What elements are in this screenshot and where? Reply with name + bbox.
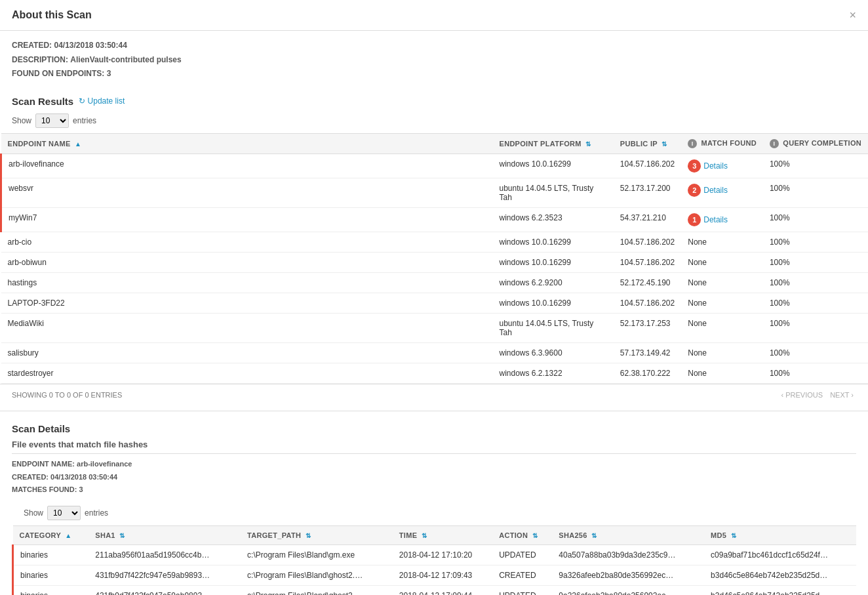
- cell-platform: windows 10.0.16299: [493, 232, 614, 252]
- cell-md5: c09a9baf71bc461dccf1c65d24f92...: [704, 545, 856, 565]
- cell-query-completion: 100%: [763, 232, 868, 252]
- cell-public-ip: 62.38.170.222: [614, 363, 681, 383]
- details-endpoint-name: ENDPOINT NAME: arb-ilovefinance: [12, 458, 856, 471]
- table-row: MediaWikiubuntu 14.04.5 LTS, Trusty Tah5…: [1, 313, 869, 342]
- table-row: binaries431fb9d7f422fc947e59ab989379...c…: [13, 565, 857, 586]
- cell-query-completion: 100%: [763, 293, 868, 313]
- scan-results-header-row: ENDPOINT NAME ▲ ENDPOINT PLATFORM ⇅ PUBL…: [1, 133, 869, 154]
- cell-query-completion: 100%: [763, 363, 868, 383]
- sort-icon-sha1: ⇅: [119, 532, 125, 539]
- match-badge: 1: [688, 213, 701, 226]
- cell-sha1: 211aba956f01aa5d19506cc4b9c1...: [89, 545, 241, 565]
- details-link[interactable]: Details: [703, 186, 728, 195]
- cell-sha256: 9a326afeeb2ba80de356992ec72...: [552, 586, 704, 595]
- cell-time: 2018-04-12 17:09:43: [393, 565, 492, 586]
- table-row: arb-ilovefinancewindows 10.0.16299104.57…: [1, 154, 869, 178]
- meta-created: CREATED: 04/13/2018 03:50:44: [12, 39, 856, 53]
- scan-results-prev-btn[interactable]: ‹ PREVIOUS: [779, 390, 826, 400]
- col-public-ip: PUBLIC IP ⇅: [614, 133, 681, 154]
- cell-public-ip: 104.57.186.202: [614, 252, 681, 272]
- info-icon-match[interactable]: i: [688, 139, 697, 148]
- cell-category: binaries: [13, 565, 89, 586]
- cell-query-completion: 100%: [763, 313, 868, 342]
- cell-action: UPDATED: [492, 586, 552, 595]
- cell-time: 2018-04-12 17:10:20: [393, 545, 492, 565]
- table-row: binaries211aba956f01aa5d19506cc4b9c1...c…: [13, 545, 857, 565]
- cell-platform: windows 10.0.16299: [493, 154, 614, 178]
- cell-query-completion: 100%: [763, 178, 868, 207]
- cell-endpoint-name: arb-obiwun: [1, 252, 493, 272]
- scan-results-footer: SHOWING 0 TO 0 OF 0 ENTRIES ‹ PREVIOUS N…: [0, 384, 868, 405]
- section-divider: [0, 411, 868, 411]
- cell-match-found: None: [681, 313, 763, 342]
- cell-public-ip: 54.37.21.210: [614, 207, 681, 232]
- table-row: websvrubuntu 14.04.5 LTS, Trusty Tah52.1…: [1, 178, 869, 207]
- sort-icon-time: ⇅: [422, 532, 427, 539]
- scan-results-show-entries: Show 10 25 50 100 entries: [0, 110, 868, 133]
- scan-results-showing: SHOWING 0 TO 0 OF 0 ENTRIES: [12, 391, 122, 399]
- scan-meta: CREATED: 04/13/2018 03:50:44 DESCRIPTION…: [0, 31, 868, 89]
- update-list-link[interactable]: ↻ Update list: [79, 96, 125, 106]
- cell-time: 2018-04-12 17:09:44: [393, 586, 492, 595]
- cell-endpoint-name: myWin7: [1, 207, 493, 232]
- cell-query-completion: 100%: [763, 154, 868, 178]
- col-sha1: sha1 ⇅: [89, 526, 241, 545]
- cell-match-found: None: [681, 272, 763, 293]
- table-row: LAPTOP-3FD22windows 10.0.16299104.57.186…: [1, 293, 869, 313]
- details-link[interactable]: Details: [703, 215, 728, 224]
- sort-icon-md5: ⇅: [731, 532, 736, 539]
- cell-public-ip: 52.172.45.190: [614, 272, 681, 293]
- cell-match-found: None: [681, 293, 763, 313]
- scan-results-next-btn[interactable]: NEXT ›: [827, 390, 856, 400]
- meta-description: DESCRIPTION: AlienVault-contributed puls…: [12, 53, 856, 68]
- cell-platform: windows 6.2.3523: [493, 207, 614, 232]
- meta-found-endpoints: FOUND ON ENDPOINTS: 3: [12, 67, 856, 81]
- close-button[interactable]: ×: [849, 9, 856, 21]
- cell-category: binaries: [13, 545, 89, 565]
- cell-endpoint-name: MediaWiki: [1, 313, 493, 342]
- cell-match-found: None: [681, 363, 763, 383]
- cell-public-ip: 57.173.149.42: [614, 342, 681, 363]
- modal-header: About this Scan ×: [0, 0, 868, 31]
- col-match-found: i MATCH FOUND: [681, 133, 763, 154]
- sort-icon-platform: ⇅: [585, 140, 591, 148]
- table-row: arb-ciowindows 10.0.16299104.57.186.202N…: [1, 232, 869, 252]
- sort-icon-category: ▲: [65, 532, 71, 539]
- cell-query-completion: 100%: [763, 207, 868, 232]
- match-badge: 3: [688, 159, 701, 173]
- details-link[interactable]: Details: [703, 161, 728, 171]
- sort-icon-ip: ⇅: [661, 140, 667, 148]
- scan-results-table: ENDPOINT NAME ▲ ENDPOINT PLATFORM ⇅ PUBL…: [0, 133, 868, 384]
- cell-public-ip: 104.57.186.202: [614, 232, 681, 252]
- col-action: action ⇅: [492, 526, 552, 545]
- col-platform: ENDPOINT PLATFORM ⇅: [493, 133, 614, 154]
- details-entries-select[interactable]: 10 25 50 100: [47, 506, 81, 520]
- cell-md5: b3d46c5e864eb742eb235d25db7...: [704, 565, 856, 586]
- sort-icon-sha256: ⇅: [591, 532, 597, 539]
- sort-icon-target: ⇅: [306, 532, 311, 539]
- sort-icon-action: ⇅: [532, 532, 538, 539]
- table-row: salisburywindows 6.3.960057.173.149.42No…: [1, 342, 869, 363]
- table-row: stardestroyerwindows 6.2.132262.38.170.2…: [1, 363, 869, 383]
- cell-platform: windows 6.3.9600: [493, 342, 614, 363]
- cell-public-ip: 104.57.186.202: [614, 293, 681, 313]
- cell-query-completion: 100%: [763, 342, 868, 363]
- cell-platform: ubuntu 14.04.5 LTS, Trusty Tah: [493, 178, 614, 207]
- modal-title: About this Scan: [12, 9, 92, 21]
- modal-container: About this Scan × CREATED: 04/13/2018 03…: [0, 0, 868, 595]
- col-target-path: target_path ⇅: [241, 526, 393, 545]
- col-endpoint-name: ENDPOINT NAME ▲: [1, 133, 493, 154]
- cell-endpoint-name: websvr: [1, 178, 493, 207]
- details-matches: MATCHES FOUND: 3: [12, 483, 856, 497]
- cell-endpoint-name: hastings: [1, 272, 493, 293]
- cell-action: CREATED: [492, 565, 552, 586]
- scan-details-section: Scan Details File events that match file…: [0, 417, 868, 595]
- cell-sha256: 40a507a88ba03b9da3de235c9c0...: [552, 545, 704, 565]
- cell-endpoint-name: arb-cio: [1, 232, 493, 252]
- scan-results-entries-select[interactable]: 10 25 50 100: [35, 113, 69, 128]
- cell-platform: ubuntu 14.04.5 LTS, Trusty Tah: [493, 313, 614, 342]
- scan-results-pagination: ‹ PREVIOUS NEXT ›: [779, 390, 857, 400]
- info-icon-query[interactable]: i: [770, 139, 779, 148]
- cell-match-found: 3Details: [681, 154, 763, 178]
- scan-results-title: Scan Results ↻ Update list: [0, 89, 868, 110]
